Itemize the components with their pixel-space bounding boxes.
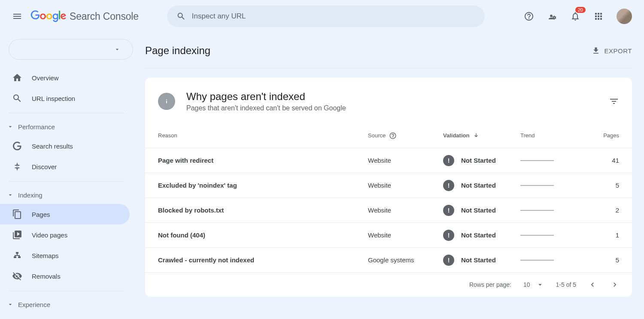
sidebar-section-indexing[interactable]: Indexing [0,186,133,204]
cell-reason: Blocked by robots.txt [158,207,368,214]
filter-icon[interactable] [609,96,619,106]
pagination: Rows per page: 10 1-5 of 5 [145,273,632,297]
arrow-down-icon [473,132,480,139]
sidebar-item-label: URL inspection [32,95,75,102]
cell-validation: !Not Started [443,205,496,216]
cell-pages: 5 [589,182,619,189]
sidebar-item-sitemaps[interactable]: Sitemaps [0,245,133,266]
visibility-off-icon [12,271,22,281]
cell-reason: Not found (404) [158,231,368,239]
sidebar-item-label: Overview [32,74,59,82]
trend-sparkline [520,160,554,161]
col-header-trend[interactable]: Trend [520,132,589,139]
cell-reason: Crawled - currently not indexed [158,256,368,264]
sidebar-item-pages[interactable]: Pages [0,204,130,225]
pages-icon [12,209,22,219]
cell-trend [520,185,589,186]
sidebar-item-video-pages[interactable]: Video pages [0,225,133,245]
exclamation-icon: ! [443,155,454,166]
app-header: Search Console 20 [0,0,644,33]
card-subtitle: Pages that aren't indexed can't be serve… [186,104,598,112]
next-page-icon[interactable] [611,280,619,289]
trend-sparkline [520,185,554,186]
sidebar-item-label: Sitemaps [32,252,59,259]
help-icon[interactable] [389,132,397,140]
trend-sparkline [520,235,554,236]
cell-pages: 41 [589,157,619,164]
cell-validation: !Not Started [443,155,496,166]
cell-validation: !Not Started [443,180,496,191]
sidebar-item-label: Search results [32,143,73,150]
hamburger-menu-icon[interactable] [12,11,22,21]
main-content: Page indexing EXPORT Why pages aren't in… [133,33,644,313]
sidebar-item-overview[interactable]: Overview [0,67,133,88]
sidebar-item-label: Removals [32,273,61,280]
exclamation-icon: ! [443,230,454,241]
notification-badge: 20 [575,7,586,13]
col-header-source[interactable]: Source [368,132,443,140]
table-header: Reason Source Validation Trend Pages [145,123,632,148]
col-header-pages[interactable]: Pages [589,132,619,139]
table-row[interactable]: Excluded by 'noindex' tag Website !Not S… [145,173,632,198]
cell-trend [520,210,589,211]
rows-per-page-label: Rows per page: [469,281,511,288]
cell-source: Website [368,182,443,189]
download-icon [592,46,600,55]
table-row[interactable]: Not found (404) Website !Not Started 1 [145,223,632,248]
cell-trend [520,160,589,161]
sitemap-icon [12,250,22,261]
section-label: Indexing [18,191,43,199]
cell-validation: !Not Started [443,255,496,266]
sidebar-item-removals[interactable]: Removals [0,266,133,286]
logo[interactable]: Search Console [30,10,139,22]
col-header-reason[interactable]: Reason [158,132,368,139]
exclamation-icon: ! [443,255,454,266]
table-row[interactable]: Blocked by robots.txt Website !Not Start… [145,198,632,223]
cell-reason: Page with redirect [158,157,368,164]
avatar[interactable] [617,9,632,24]
cell-trend [520,235,589,236]
prev-page-icon[interactable] [588,280,597,289]
property-selector[interactable] [9,39,133,60]
sidebar-item-label: Discover [32,163,57,170]
sidebar-item-label: Video pages [32,231,67,239]
chevron-down-icon [7,191,14,198]
sidebar-section-performance[interactable]: Performance [0,118,133,136]
cell-trend [520,260,589,261]
cell-reason: Excluded by 'noindex' tag [158,182,368,189]
sidebar-section-experience[interactable]: Experience [0,295,133,313]
cell-source: Google systems [368,256,443,264]
apps-icon[interactable] [593,11,604,21]
url-search-bar[interactable] [167,6,485,27]
product-name: Search Console [70,11,139,22]
user-settings-icon[interactable] [547,11,557,21]
info-icon [158,93,175,110]
table-row[interactable]: Crawled - currently not indexed Google s… [145,248,632,273]
page-title: Page indexing [145,45,210,57]
exclamation-icon: ! [443,180,454,191]
section-label: Performance [18,123,55,131]
rows-per-page-select[interactable]: 10 [523,281,544,289]
indexing-issues-card: Why pages aren't indexed Pages that aren… [145,78,632,297]
chevron-down-icon [114,46,121,53]
search-icon [12,93,22,103]
help-icon[interactable] [524,11,534,21]
section-label: Experience [18,301,50,308]
chevron-down-icon [536,281,544,289]
col-header-validation[interactable]: Validation [443,132,520,139]
sidebar-item-url-inspection[interactable]: URL inspection [0,88,133,109]
search-icon [176,12,186,21]
search-input[interactable] [192,12,475,21]
cell-pages: 5 [589,256,619,264]
export-button[interactable]: EXPORT [592,46,632,55]
chevron-down-icon [7,123,14,130]
google-logo-icon [30,10,67,22]
table-row[interactable]: Page with redirect Website !Not Started … [145,148,632,173]
sidebar-item-search-results[interactable]: Search results [0,136,133,156]
cell-pages: 1 [589,231,619,239]
sidebar: Overview URL inspection Performance Sear… [0,33,133,313]
home-icon [12,73,22,83]
notifications-icon[interactable]: 20 [570,11,580,21]
sidebar-item-discover[interactable]: Discover [0,156,133,177]
chevron-down-icon [7,301,14,308]
